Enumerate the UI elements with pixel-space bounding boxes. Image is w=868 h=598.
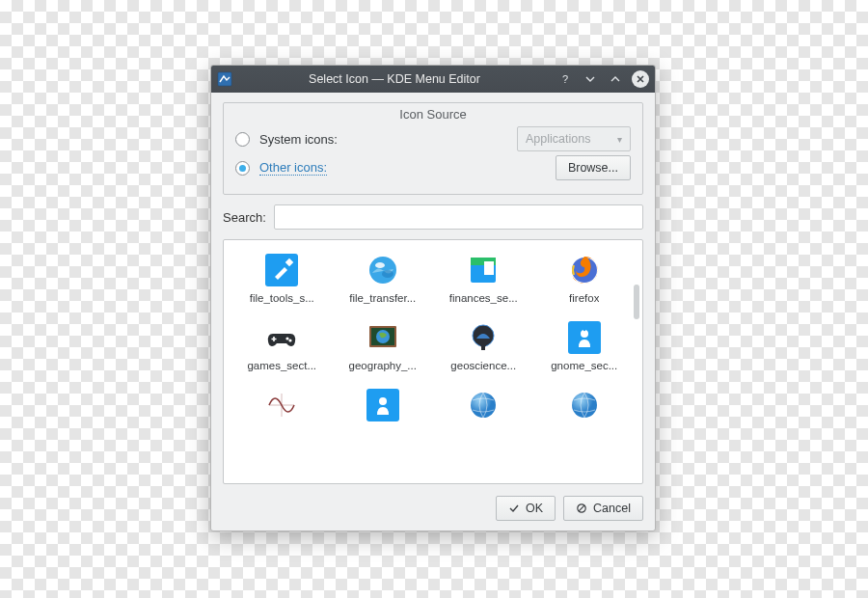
icon-item[interactable]: geography_... [335,321,432,371]
cancel-button-label: Cancel [593,502,631,515]
firefox-icon [568,254,601,286]
titlebar[interactable]: Select Icon — KDE Menu Editor ? [211,66,655,93]
icon-item[interactable] [536,389,634,427]
svg-point-12 [286,337,289,340]
app-icon [217,71,232,87]
search-label: Search: [223,210,266,225]
icon-label: firefox [569,292,599,304]
search-row: Search: [223,204,643,230]
ok-button-label: OK [526,502,543,515]
gnome-sec-icon [568,321,601,354]
icon-item[interactable]: file_tools_s... [233,254,331,304]
globe-icon [366,254,399,286]
icon-item[interactable]: finances_se... [435,254,532,304]
icon-item[interactable] [233,389,331,427]
check-icon [508,503,520,514]
icon-label: gnome_sec... [551,360,617,371]
window-title: Select Icon — KDE Menu Editor [238,72,551,86]
svg-text:?: ? [562,73,568,85]
window-controls: ? [556,70,649,88]
dialog-footer: OK Cancel [223,494,643,521]
close-button[interactable] [632,70,649,88]
geoscience-icon [467,321,500,354]
icon-label: geoscience... [450,360,516,371]
ok-button[interactable]: OK [496,496,556,521]
icon-grid: file_tools_s... file_transfer... finance… [233,254,633,427]
icon-label: games_sect... [247,360,316,371]
svg-point-13 [289,339,292,341]
other-icons-radio[interactable] [235,161,250,176]
browse-button[interactable]: Browse... [556,155,631,180]
icon-list-panel[interactable]: file_tools_s... file_transfer... finance… [223,239,643,484]
finances-icon [467,254,500,286]
sphere-icon [568,389,601,421]
system-icons-radio[interactable] [235,132,250,147]
help-button[interactable]: ? [556,70,574,88]
wave-icon [265,389,298,421]
svg-point-27 [572,393,597,418]
icon-source-group: Icon Source System icons: Applications ▾… [223,102,643,195]
sphere-icon [467,389,500,421]
gamepad-icon [265,321,298,354]
icon-item[interactable]: games_sect... [233,321,331,371]
other-icons-label[interactable]: Other icons: [259,160,327,176]
icon-item[interactable]: file_transfer... [335,254,432,304]
group-legend: Icon Source [224,107,642,122]
icon-label: geography_... [349,360,417,371]
icon-label: finances_se... [449,292,518,304]
icon-item[interactable]: gnome_sec... [536,321,634,371]
svg-point-6 [375,262,385,268]
dialog-window: Select Icon — KDE Menu Editor ? Icon Sou… [210,65,656,531]
svg-rect-0 [218,72,231,86]
scrollbar-thumb[interactable] [634,285,639,319]
icon-item[interactable]: firefox [536,254,634,304]
chevron-down-icon: ▾ [617,134,622,145]
icon-item[interactable] [435,389,532,427]
transparency-backdrop: Select Icon — KDE Menu Editor ? Icon Sou… [0,0,868,598]
svg-point-26 [471,393,496,418]
category-combobox: Applications ▾ [517,126,631,151]
search-input[interactable] [274,204,643,230]
icon-label: file_tools_s... [250,292,314,304]
svg-point-7 [382,270,393,278]
maximize-button[interactable] [607,70,624,88]
svg-point-21 [581,330,588,338]
category-combobox-value: Applications [526,132,590,146]
dialog-body: Icon Source System icons: Applications ▾… [211,93,655,530]
icon-item[interactable] [335,389,432,427]
icon-label: file_transfer... [349,292,416,304]
browse-button-label: Browse... [568,161,618,175]
system-icons-row: System icons: Applications ▾ [235,124,631,153]
svg-rect-10 [484,261,494,275]
geography-icon [366,321,399,354]
other-icons-row: Other icons: Browse... [235,153,631,182]
svg-point-22 [583,329,585,331]
cancel-button[interactable]: Cancel [563,496,643,521]
svg-rect-19 [481,345,485,350]
icon-item[interactable]: geoscience... [435,321,532,371]
svg-point-25 [379,397,387,405]
cancel-icon [576,503,587,514]
minimize-button[interactable] [582,70,599,88]
system-icons-label[interactable]: System icons: [259,132,338,147]
svg-line-29 [579,505,584,511]
graphical-icon [366,389,399,421]
file-tools-icon [265,254,298,286]
